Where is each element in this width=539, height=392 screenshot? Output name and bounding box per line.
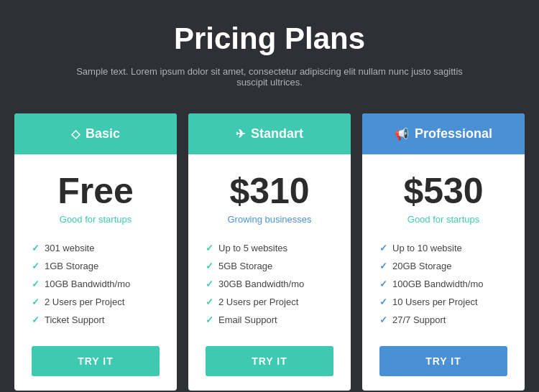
standart-icon: ✈ [236,127,245,141]
plan-price-basic: Free [32,172,160,211]
plan-body-standart: $310 Growing businesses Up to 5 websites… [188,154,351,391]
plan-price-standart: $310 [206,172,333,211]
plan-name-basic: Basic [86,126,120,141]
plan-card-standart: ✈ Standart $310 Growing businesses Up to… [188,113,351,391]
try-it-button-basic[interactable]: TRY IT [32,346,160,376]
feature-item: 100GB Bandwidth/mo [379,275,507,293]
feature-item: 5GB Storage [206,257,333,275]
plan-name-professional: Professional [415,126,492,141]
plan-body-basic: Free Good for startups 301 website1GB St… [14,154,177,391]
plan-tagline-basic: Good for startups [32,214,160,225]
plan-features-professional: Up to 10 website20GB Storage100GB Bandwi… [379,239,507,329]
plan-price-professional: $530 [379,172,507,211]
try-it-button-professional[interactable]: TRY IT [379,346,507,376]
plan-name-standart: Standart [251,126,303,141]
plan-header-basic: ◇ Basic [14,113,177,154]
basic-icon: ◇ [71,127,80,141]
page-title: Pricing Plans [174,22,365,56]
plan-tagline-standart: Growing businesses [206,214,333,225]
feature-item: 20GB Storage [379,257,507,275]
feature-item: 10 Users per Project [379,293,507,311]
feature-item: 301 website [32,239,160,257]
professional-icon: 📢 [395,127,409,141]
plan-tagline-professional: Good for startups [379,214,507,225]
feature-item: Up to 5 websites [206,239,333,257]
plan-features-basic: 301 website1GB Storage10GB Bandwidth/mo2… [32,239,160,329]
feature-item: 27/7 Support [379,311,507,329]
plan-features-standart: Up to 5 websites5GB Storage30GB Bandwidt… [206,239,333,329]
page-subtitle: Sample text. Lorem ipsum dolor sit amet,… [68,66,471,88]
feature-item: 1GB Storage [32,257,160,275]
feature-item: Email Support [206,311,333,329]
feature-item: 2 Users per Project [206,293,333,311]
feature-item: Ticket Support [32,311,160,329]
feature-item: 2 Users per Project [32,293,160,311]
plan-card-basic: ◇ Basic Free Good for startups 301 websi… [14,113,177,391]
try-it-button-standart[interactable]: TRY IT [206,346,333,376]
plan-body-professional: $530 Good for startups Up to 10 website2… [362,154,525,391]
plan-header-standart: ✈ Standart [188,113,351,154]
feature-item: 30GB Bandwidth/mo [206,275,333,293]
plans-container: ◇ Basic Free Good for startups 301 websi… [14,113,525,391]
feature-item: 10GB Bandwidth/mo [32,275,160,293]
plan-header-professional: 📢 Professional [362,113,525,154]
feature-item: Up to 10 website [379,239,507,257]
plan-card-professional: 📢 Professional $530 Good for startups Up… [362,113,525,391]
